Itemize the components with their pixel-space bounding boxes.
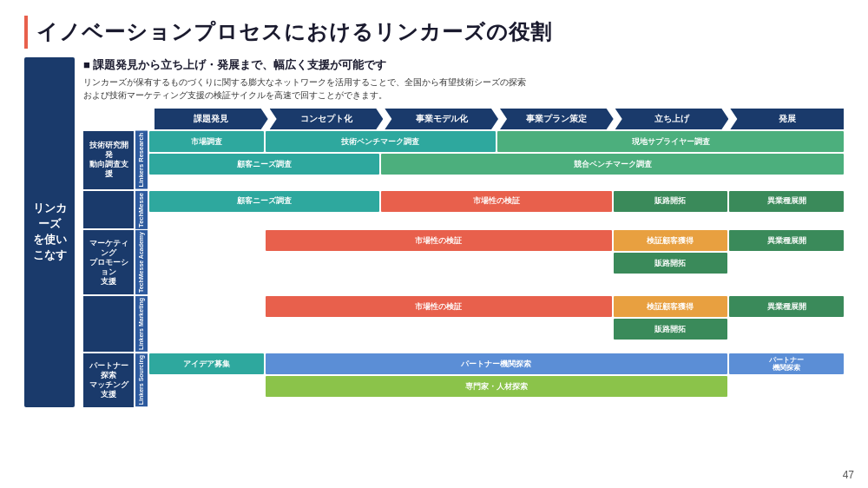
page-number: 47	[843, 469, 854, 481]
cell: 異業種展開	[729, 296, 844, 317]
section-rows-research: 市場調査 技術ベンチマーク調査 現地サプライヤー調査 顧客ニーズ調査 競合ベンチ…	[149, 131, 844, 189]
section-label-lmarketing	[83, 296, 134, 352]
cell: 顧客ニーズ調査	[149, 191, 379, 212]
grid-row: 市場調査 技術ベンチマーク調査 現地サプライヤー調査	[149, 131, 844, 152]
vert-label-techmesse: TechMesse	[135, 191, 148, 229]
header-cell-3: 事業プラン策定	[500, 109, 614, 129]
header-cell-2: 事業モデル化	[385, 109, 498, 129]
cell: 専門家・人材探索	[266, 376, 728, 397]
cell: 技術ベンチマーク調査	[266, 131, 496, 152]
title-area: イノベーションプロセスにおけるリンカーズの役割	[24, 16, 844, 49]
section-label-techmesse	[83, 191, 134, 229]
cell: パートナー機関探索	[266, 353, 728, 374]
grid-row: 専門家・人材探索	[149, 376, 844, 397]
cell: 検証顧客獲得	[614, 230, 728, 251]
header-cell-1: コンセプト化	[270, 109, 384, 129]
sidebar-label: リンカーズを使いこなす	[24, 57, 75, 407]
section-inner-sourcing: Linkers Sourcing アイデア募集 パートナー機関探索 パートナー機…	[135, 353, 844, 406]
section-label-research: 技術研究開発動向調査支援	[83, 131, 134, 189]
cell: 販路開拓	[614, 191, 728, 212]
header-row: 課題発見 コンセプト化 事業モデル化 事業プラン策定 立ち上げ 発展	[155, 109, 844, 129]
cell	[729, 376, 844, 397]
section-name-lmarketing	[83, 296, 134, 352]
cell	[149, 319, 612, 340]
grid-row: 販路開拓	[149, 253, 844, 274]
vert-label-sourcing: Linkers Sourcing	[135, 353, 148, 406]
title-bar	[24, 16, 28, 49]
section-name-research: 技術研究開発動向調査支援	[83, 131, 134, 189]
grid-row: 市場性の検証 検証顧客獲得 異業種展開	[149, 296, 844, 317]
cell: 異業種展開	[729, 230, 844, 251]
section-label-sourcing: パートナー探索マッチング支援	[83, 353, 134, 406]
description-box: ■ 課題発見から立ち上げ・発展まで、幅広く支援が可能です リンカーズが保有するも…	[83, 57, 844, 102]
section-label-marketing: マーケティングプロモーション支援	[83, 230, 134, 294]
cell	[149, 376, 264, 397]
vert-label-academy: TechMesse Academy	[135, 230, 148, 294]
cell: パートナー機関探索	[729, 353, 844, 374]
header-cell-0: 課題発見	[155, 109, 268, 129]
section-rows-academy: 市場性の検証 検証顧客獲得 異業種展開 販路開拓	[149, 230, 844, 294]
cell: 販路開拓	[614, 253, 728, 274]
title-text: イノベーションプロセスにおけるリンカーズの役割	[36, 18, 552, 46]
cell: アイデア募集	[149, 353, 264, 374]
grid-row: 顧客ニーズ調査 競合ベンチマーク調査	[149, 154, 844, 175]
section-rows-sourcing: アイデア募集 パートナー機関探索 パートナー機関探索 専門家・人材探索	[149, 353, 844, 406]
section-name-techmesse	[83, 191, 134, 229]
cell	[149, 230, 264, 251]
section-lmarketing: Linkers Marketing 市場性の検証 検証顧客獲得 異業種展開 販路…	[83, 296, 844, 352]
cell: 現地サプライヤー調査	[497, 131, 844, 152]
section-techmesse: TechMesse 顧客ニーズ調査 市場性の検証 販路開拓 異業種展開	[83, 191, 844, 229]
grid-row: 顧客ニーズ調査 市場性の検証 販路開拓 異業種展開	[149, 191, 844, 212]
cell	[729, 319, 844, 340]
section-name-sourcing: パートナー探索マッチング支援	[83, 353, 134, 406]
section-research: 技術研究開発動向調査支援 Linkers Research 市場調査 技術ベンチ…	[83, 131, 844, 189]
header-cell-4: 立ち上げ	[615, 109, 729, 129]
cell: 市場性の検証	[381, 191, 611, 212]
section-marketing: マーケティングプロモーション支援 TechMesse Academy 市場性の検…	[83, 230, 844, 294]
cell: 市場性の検証	[266, 230, 612, 251]
desc-body: リンカーズが保有するものづくりに関する膨大なネットワークを活用することで、全国か…	[83, 76, 844, 102]
cell: 競合ベンチマーク調査	[381, 154, 844, 175]
section-name-marketing: マーケティングプロモーション支援	[83, 230, 134, 294]
table-container: 課題発見 コンセプト化 事業モデル化 事業プラン策定 立ち上げ 発展 技術研究開…	[83, 109, 844, 407]
vert-label-research: Linkers Research	[135, 131, 148, 189]
cell	[149, 253, 612, 274]
cell: 異業種展開	[729, 191, 844, 212]
vert-label-lmarketing: Linkers Marketing	[135, 296, 148, 352]
grid-row: 販路開拓	[149, 319, 844, 340]
cell	[729, 253, 844, 274]
cell: 販路開拓	[614, 319, 728, 340]
content-area: リンカーズを使いこなす ■ 課題発見から立ち上げ・発展まで、幅広く支援が可能です…	[24, 57, 844, 407]
section-inner-marketing: TechMesse Academy 市場性の検証 検証顧客獲得 異業種展開 販路…	[135, 230, 844, 294]
cell: 市場性の検証	[266, 296, 612, 317]
cell: 検証顧客獲得	[614, 296, 728, 317]
grid-row: アイデア募集 パートナー機関探索 パートナー機関探索	[149, 353, 844, 374]
cell	[149, 296, 264, 317]
section-rows-techmesse: 顧客ニーズ調査 市場性の検証 販路開拓 異業種展開	[149, 191, 844, 229]
cell: 市場調査	[149, 131, 264, 152]
main-section: ■ 課題発見から立ち上げ・発展まで、幅広く支援が可能です リンカーズが保有するも…	[83, 57, 844, 407]
section-inner-techmesse: TechMesse 顧客ニーズ調査 市場性の検証 販路開拓 異業種展開	[135, 191, 844, 229]
section-inner-lmarketing: Linkers Marketing 市場性の検証 検証顧客獲得 異業種展開 販路…	[135, 296, 844, 352]
slide: イノベーションプロセスにおけるリンカーズの役割 リンカーズを使いこなす ■ 課題…	[0, 0, 868, 488]
section-rows-lmarketing: 市場性の検証 検証顧客獲得 異業種展開 販路開拓	[149, 296, 844, 352]
grid-row: 市場性の検証 検証顧客獲得 異業種展開	[149, 230, 844, 251]
desc-title: ■ 課題発見から立ち上げ・発展まで、幅広く支援が可能です	[83, 57, 844, 73]
section-sourcing: パートナー探索マッチング支援 Linkers Sourcing アイデア募集 パ…	[83, 353, 844, 406]
section-inner-research: Linkers Research 市場調査 技術ベンチマーク調査 現地サプライヤ…	[135, 131, 844, 189]
cell: 顧客ニーズ調査	[149, 154, 379, 175]
header-cell-5: 発展	[730, 109, 844, 129]
